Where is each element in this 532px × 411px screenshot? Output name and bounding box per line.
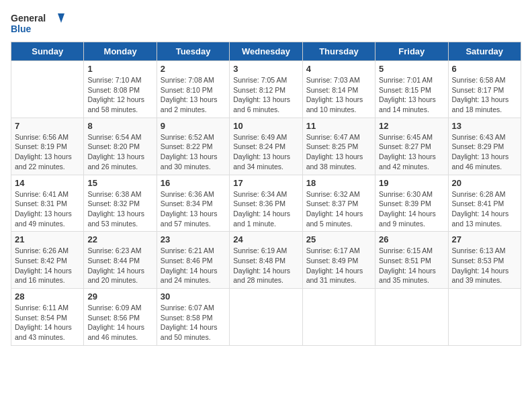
svg-text:General: General: [11, 13, 46, 24]
day-cell: 16Sunrise: 6:36 AM Sunset: 8:34 PM Dayli…: [157, 175, 229, 232]
day-number: 12: [379, 121, 444, 131]
day-cell: 13Sunrise: 6:43 AM Sunset: 8:29 PM Dayli…: [448, 118, 521, 175]
day-info: Sunrise: 6:19 AM Sunset: 8:48 PM Dayligh…: [233, 246, 298, 285]
col-header-sunday: Sunday: [11, 42, 84, 61]
day-cell: 18Sunrise: 6:32 AM Sunset: 8:37 PM Dayli…: [302, 175, 375, 232]
day-number: 4: [306, 64, 371, 74]
day-info: Sunrise: 6:54 AM Sunset: 8:20 PM Dayligh…: [87, 132, 152, 172]
day-number: 25: [306, 234, 371, 244]
day-cell: 26Sunrise: 6:15 AM Sunset: 8:51 PM Dayli…: [375, 232, 448, 289]
day-number: 5: [379, 64, 444, 74]
day-cell: 15Sunrise: 6:38 AM Sunset: 8:32 PM Dayli…: [84, 175, 157, 232]
day-number: 19: [379, 178, 444, 188]
day-info: Sunrise: 6:28 AM Sunset: 8:41 PM Dayligh…: [452, 189, 517, 229]
day-info: Sunrise: 6:13 AM Sunset: 8:53 PM Dayligh…: [452, 246, 517, 285]
day-info: Sunrise: 6:11 AM Sunset: 8:54 PM Dayligh…: [15, 303, 80, 342]
day-info: Sunrise: 6:32 AM Sunset: 8:37 PM Dayligh…: [306, 189, 371, 229]
col-header-saturday: Saturday: [448, 42, 521, 61]
day-cell: 28Sunrise: 6:11 AM Sunset: 8:54 PM Dayli…: [11, 289, 84, 346]
day-number: 30: [161, 291, 226, 302]
day-number: 7: [15, 121, 80, 131]
day-info: Sunrise: 6:36 AM Sunset: 8:34 PM Dayligh…: [161, 189, 226, 229]
day-cell: [375, 289, 448, 346]
day-cell: 30Sunrise: 6:07 AM Sunset: 8:58 PM Dayli…: [157, 289, 229, 346]
day-info: Sunrise: 6:09 AM Sunset: 8:56 PM Dayligh…: [87, 303, 152, 342]
day-number: 2: [161, 64, 226, 74]
day-cell: 3Sunrise: 7:05 AM Sunset: 8:12 PM Daylig…: [230, 61, 302, 118]
col-header-thursday: Thursday: [302, 42, 375, 61]
svg-marker-2: [58, 13, 64, 23]
day-info: Sunrise: 6:34 AM Sunset: 8:36 PM Dayligh…: [233, 189, 298, 229]
day-cell: 20Sunrise: 6:28 AM Sunset: 8:41 PM Dayli…: [448, 175, 521, 232]
day-info: Sunrise: 6:30 AM Sunset: 8:39 PM Dayligh…: [379, 189, 444, 229]
day-cell: [230, 289, 302, 346]
calendar: SundayMondayTuesdayWednesdayThursdayFrid…: [11, 42, 521, 346]
col-header-tuesday: Tuesday: [157, 42, 229, 61]
day-number: 17: [233, 178, 298, 188]
day-number: 20: [452, 178, 517, 188]
day-cell: 24Sunrise: 6:19 AM Sunset: 8:48 PM Dayli…: [230, 232, 302, 289]
day-cell: [11, 61, 84, 118]
day-cell: 7Sunrise: 6:56 AM Sunset: 8:19 PM Daylig…: [11, 118, 84, 175]
day-info: Sunrise: 6:47 AM Sunset: 8:25 PM Dayligh…: [306, 132, 371, 172]
day-cell: 29Sunrise: 6:09 AM Sunset: 8:56 PM Dayli…: [84, 289, 157, 346]
day-number: 15: [87, 178, 152, 188]
day-cell: 5Sunrise: 7:01 AM Sunset: 8:15 PM Daylig…: [375, 61, 448, 118]
day-number: 10: [233, 121, 298, 131]
day-info: Sunrise: 6:52 AM Sunset: 8:22 PM Dayligh…: [161, 132, 226, 172]
col-header-monday: Monday: [84, 42, 157, 61]
day-number: 14: [15, 178, 80, 188]
day-info: Sunrise: 6:38 AM Sunset: 8:32 PM Dayligh…: [87, 189, 152, 229]
day-info: Sunrise: 6:23 AM Sunset: 8:44 PM Dayligh…: [87, 246, 152, 285]
logo-svg: General Blue: [11, 11, 64, 36]
day-cell: 27Sunrise: 6:13 AM Sunset: 8:53 PM Dayli…: [448, 232, 521, 289]
day-info: Sunrise: 6:41 AM Sunset: 8:31 PM Dayligh…: [15, 189, 80, 229]
header-row: SundayMondayTuesdayWednesdayThursdayFrid…: [11, 42, 521, 61]
day-cell: 10Sunrise: 6:49 AM Sunset: 8:24 PM Dayli…: [230, 118, 302, 175]
day-info: Sunrise: 6:21 AM Sunset: 8:46 PM Dayligh…: [161, 246, 226, 285]
day-number: 24: [233, 234, 298, 244]
col-header-friday: Friday: [375, 42, 448, 61]
week-row-5: 28Sunrise: 6:11 AM Sunset: 8:54 PM Dayli…: [11, 289, 521, 346]
day-info: Sunrise: 7:05 AM Sunset: 8:12 PM Dayligh…: [233, 75, 298, 115]
day-info: Sunrise: 6:45 AM Sunset: 8:27 PM Dayligh…: [379, 132, 444, 172]
day-cell: [302, 289, 375, 346]
day-info: Sunrise: 7:10 AM Sunset: 8:08 PM Dayligh…: [87, 75, 152, 115]
logo: General Blue: [11, 11, 64, 36]
day-info: Sunrise: 6:58 AM Sunset: 8:17 PM Dayligh…: [452, 75, 517, 115]
day-cell: 19Sunrise: 6:30 AM Sunset: 8:39 PM Dayli…: [375, 175, 448, 232]
day-cell: 12Sunrise: 6:45 AM Sunset: 8:27 PM Dayli…: [375, 118, 448, 175]
day-cell: 17Sunrise: 6:34 AM Sunset: 8:36 PM Dayli…: [230, 175, 302, 232]
day-number: 13: [452, 121, 517, 131]
day-cell: 4Sunrise: 7:03 AM Sunset: 8:14 PM Daylig…: [302, 61, 375, 118]
day-info: Sunrise: 6:43 AM Sunset: 8:29 PM Dayligh…: [452, 132, 517, 172]
day-cell: 1Sunrise: 7:10 AM Sunset: 8:08 PM Daylig…: [84, 61, 157, 118]
day-number: 3: [233, 64, 298, 74]
week-row-4: 21Sunrise: 6:26 AM Sunset: 8:42 PM Dayli…: [11, 232, 521, 289]
day-number: 11: [306, 121, 371, 131]
day-number: 1: [87, 64, 152, 74]
day-info: Sunrise: 6:49 AM Sunset: 8:24 PM Dayligh…: [233, 132, 298, 172]
day-info: Sunrise: 6:07 AM Sunset: 8:58 PM Dayligh…: [161, 303, 226, 342]
day-cell: 2Sunrise: 7:08 AM Sunset: 8:10 PM Daylig…: [157, 61, 229, 118]
day-cell: 21Sunrise: 6:26 AM Sunset: 8:42 PM Dayli…: [11, 232, 84, 289]
day-number: 23: [161, 234, 226, 244]
day-cell: 14Sunrise: 6:41 AM Sunset: 8:31 PM Dayli…: [11, 175, 84, 232]
day-cell: 6Sunrise: 6:58 AM Sunset: 8:17 PM Daylig…: [448, 61, 521, 118]
week-row-3: 14Sunrise: 6:41 AM Sunset: 8:31 PM Dayli…: [11, 175, 521, 232]
day-cell: 8Sunrise: 6:54 AM Sunset: 8:20 PM Daylig…: [84, 118, 157, 175]
day-number: 18: [306, 178, 371, 188]
day-cell: 11Sunrise: 6:47 AM Sunset: 8:25 PM Dayli…: [302, 118, 375, 175]
day-number: 9: [161, 121, 226, 131]
day-cell: 25Sunrise: 6:17 AM Sunset: 8:49 PM Dayli…: [302, 232, 375, 289]
day-number: 21: [15, 234, 80, 244]
day-cell: 23Sunrise: 6:21 AM Sunset: 8:46 PM Dayli…: [157, 232, 229, 289]
day-number: 8: [87, 121, 152, 131]
day-info: Sunrise: 6:56 AM Sunset: 8:19 PM Dayligh…: [15, 132, 80, 172]
day-number: 26: [379, 234, 444, 244]
day-info: Sunrise: 6:17 AM Sunset: 8:49 PM Dayligh…: [306, 246, 371, 285]
day-cell: 22Sunrise: 6:23 AM Sunset: 8:44 PM Dayli…: [84, 232, 157, 289]
svg-text:Blue: Blue: [11, 24, 32, 34]
day-number: 16: [161, 178, 226, 188]
week-row-1: 1Sunrise: 7:10 AM Sunset: 8:08 PM Daylig…: [11, 61, 521, 118]
